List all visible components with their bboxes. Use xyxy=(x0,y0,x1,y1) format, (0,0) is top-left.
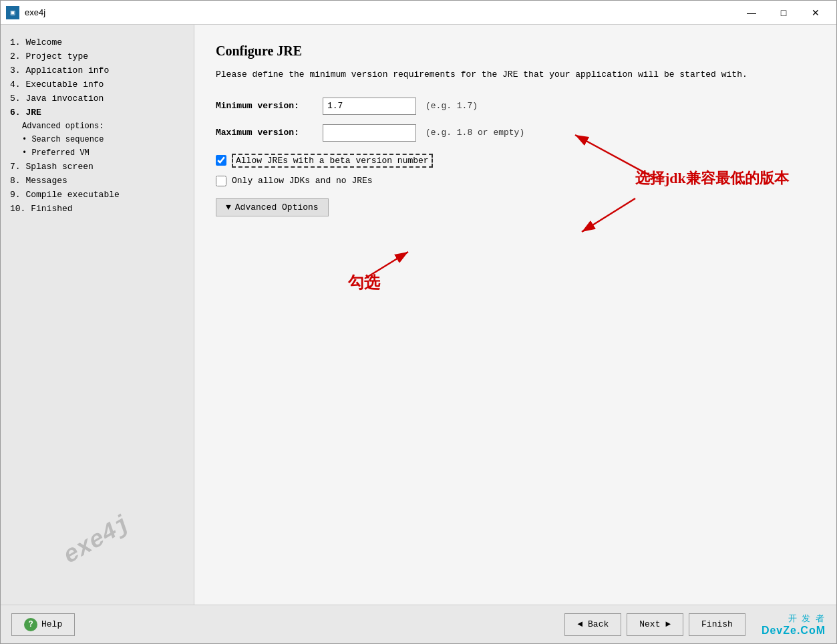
devze-top: 开 发 者 xyxy=(762,613,826,625)
annotation-gou-xuan: 勾选 xyxy=(348,272,380,293)
sidebar-watermark: exe4j xyxy=(59,510,135,571)
finish-label: Finish xyxy=(701,619,733,629)
help-icon: ? xyxy=(24,618,37,631)
max-version-row: Maximum version: (e.g. 1.8 or empty) xyxy=(216,124,815,142)
sidebar-item-application-info[interactable]: 3. Application info xyxy=(9,63,186,77)
jdk-only-label[interactable]: Only allow JDKs and no JREs xyxy=(232,176,373,186)
back-button[interactable]: ◄ Back xyxy=(564,613,621,636)
min-version-input[interactable] xyxy=(323,98,416,115)
close-button[interactable]: ✕ xyxy=(800,3,831,23)
window-title: exe4j xyxy=(25,7,45,17)
advanced-dropdown-icon: ▼ xyxy=(226,202,231,212)
title-bar: ▣ exe4j — □ ✕ xyxy=(1,1,836,25)
main-window: ▣ exe4j — □ ✕ 1. Welcome 2. Project type… xyxy=(0,0,837,644)
content-area: Configure JRE Please define the minimum … xyxy=(194,25,836,605)
beta-jre-label[interactable]: Allow JREs with a beta version number xyxy=(232,154,433,168)
back-label: ◄ Back xyxy=(577,619,609,629)
sidebar-item-preferred-vm[interactable]: • Preferred VM xyxy=(9,146,186,160)
sidebar-item-splash-screen[interactable]: 7. Splash screen xyxy=(9,160,186,174)
min-version-row: Minimum version: (e.g. 1.7) xyxy=(216,98,815,115)
devze-watermark: 开 发 者 DevZe.CoM xyxy=(762,613,826,637)
sidebar-item-jre[interactable]: 6. JRE xyxy=(9,106,186,120)
sidebar-item-welcome[interactable]: 1. Welcome xyxy=(9,35,186,49)
finish-button[interactable]: Finish xyxy=(689,613,745,636)
title-bar-left: ▣ exe4j xyxy=(6,6,45,19)
sidebar-item-search-sequence[interactable]: • Search sequence xyxy=(9,133,186,146)
sidebar: 1. Welcome 2. Project type 3. Applicatio… xyxy=(1,25,194,605)
max-version-hint: (e.g. 1.8 or empty) xyxy=(426,128,524,138)
svg-line-1 xyxy=(365,252,408,279)
sidebar-item-finished[interactable]: 10. Finished xyxy=(9,202,186,216)
sidebar-item-advanced-options-label: Advanced options: xyxy=(9,120,186,133)
sidebar-watermark-area: exe4j xyxy=(9,216,186,594)
jdk-only-checkbox-row: Only allow JDKs and no JREs xyxy=(216,176,815,186)
sidebar-item-project-type[interactable]: 2. Project type xyxy=(9,49,186,63)
sidebar-item-compile[interactable]: 9. Compile executable xyxy=(9,188,186,202)
main-content: 1. Welcome 2. Project type 3. Applicatio… xyxy=(1,25,836,605)
min-version-hint: (e.g. 1.7) xyxy=(426,101,478,111)
next-label: Next ► xyxy=(639,619,671,629)
bottom-right: ◄ Back Next ► Finish 开 发 者 DevZe.CoM xyxy=(564,613,826,637)
bottom-bar: ? Help ◄ Back Next ► Finish 开 发 者 DevZe.… xyxy=(1,605,836,643)
sidebar-item-messages[interactable]: 8. Messages xyxy=(9,174,186,188)
max-version-label: Maximum version: xyxy=(216,128,323,138)
description: Please define the minimum version requir… xyxy=(216,68,815,82)
help-button[interactable]: ? Help xyxy=(11,613,75,636)
min-version-label: Minimum version: xyxy=(216,101,323,111)
app-icon: ▣ xyxy=(6,6,19,19)
nav-list: 1. Welcome 2. Project type 3. Applicatio… xyxy=(9,35,186,216)
sidebar-item-executable-info[interactable]: 4. Executable info xyxy=(9,77,186,92)
minimize-button[interactable]: — xyxy=(736,3,767,23)
title-controls: — □ ✕ xyxy=(736,3,831,23)
sidebar-item-java-invocation[interactable]: 5. Java invocation xyxy=(9,92,186,106)
beta-jre-checkbox-row: Allow JREs with a beta version number xyxy=(216,154,815,168)
next-button[interactable]: Next ► xyxy=(627,613,683,636)
bottom-left: ? Help xyxy=(11,613,75,636)
jdk-only-checkbox[interactable] xyxy=(216,176,226,186)
page-title: Configure JRE xyxy=(216,43,815,59)
devze-bottom: DevZe.CoM xyxy=(762,625,826,637)
beta-jre-checkbox[interactable] xyxy=(216,155,226,166)
advanced-options-button[interactable]: ▼ Advanced Options xyxy=(216,198,329,216)
advanced-options-label: Advanced Options xyxy=(235,202,319,212)
svg-line-5 xyxy=(582,198,635,232)
max-version-input[interactable] xyxy=(323,124,416,142)
maximize-button[interactable]: □ xyxy=(768,3,799,23)
help-label: Help xyxy=(41,619,62,629)
